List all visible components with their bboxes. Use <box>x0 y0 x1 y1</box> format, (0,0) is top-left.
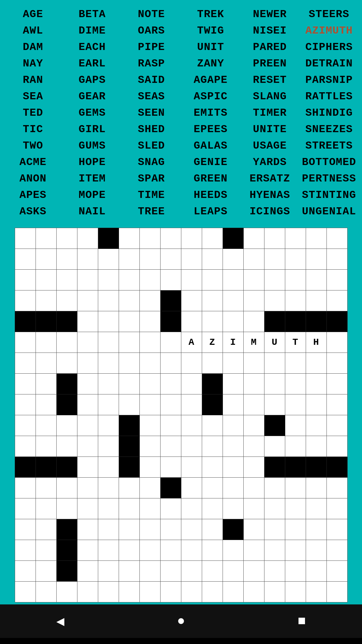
crossword-cell[interactable] <box>243 519 264 540</box>
crossword-cell[interactable] <box>202 436 223 457</box>
crossword-cell[interactable] <box>15 228 36 249</box>
crossword-cell[interactable] <box>264 394 285 415</box>
crossword-cell[interactable] <box>15 540 36 561</box>
crossword-cell[interactable] <box>139 498 160 519</box>
crossword-cell[interactable] <box>139 249 160 270</box>
crossword-cell[interactable] <box>223 478 243 498</box>
crossword-cell[interactable] <box>306 478 326 498</box>
word-item[interactable]: ANON <box>3 170 63 187</box>
crossword-cell[interactable] <box>243 249 264 270</box>
crossword-cell[interactable] <box>15 270 36 290</box>
crossword-cell[interactable] <box>98 332 119 353</box>
crossword-cell[interactable] <box>98 436 119 457</box>
crossword-cell[interactable] <box>160 374 181 394</box>
crossword-cell[interactable] <box>326 249 347 270</box>
crossword-cell[interactable] <box>243 415 264 436</box>
crossword-cell[interactable] <box>15 394 36 415</box>
crossword-cell[interactable] <box>77 353 98 374</box>
crossword-cell[interactable] <box>306 561 326 582</box>
crossword-cell[interactable] <box>36 249 56 270</box>
crossword-cell[interactable] <box>306 353 326 374</box>
crossword-cell[interactable] <box>202 540 223 561</box>
crossword-cell[interactable] <box>181 498 202 519</box>
word-item[interactable]: SHINDIG <box>299 105 359 121</box>
crossword-cell[interactable] <box>223 498 243 519</box>
word-item[interactable]: GREEN <box>181 170 240 187</box>
crossword-cell[interactable] <box>119 582 139 602</box>
crossword-cell[interactable] <box>98 311 119 332</box>
crossword-cell[interactable] <box>181 561 202 582</box>
word-item[interactable]: APES <box>3 187 63 203</box>
crossword-cell[interactable] <box>285 519 306 540</box>
word-item[interactable]: EMITS <box>181 105 240 121</box>
word-item[interactable]: ACME <box>3 154 63 170</box>
crossword-cell[interactable] <box>36 270 56 290</box>
crossword-cell[interactable] <box>285 498 306 519</box>
crossword-cell[interactable] <box>36 415 56 436</box>
crossword-cell[interactable] <box>181 290 202 311</box>
word-item[interactable]: STEERS <box>299 6 359 22</box>
word-item[interactable]: OARS <box>122 22 181 39</box>
crossword-cell[interactable] <box>264 270 285 290</box>
crossword-cell[interactable] <box>98 353 119 374</box>
crossword-cell[interactable] <box>160 457 181 478</box>
crossword-cell[interactable] <box>326 415 347 436</box>
crossword-cell[interactable] <box>223 394 243 415</box>
crossword-cell[interactable] <box>285 436 306 457</box>
crossword-cell[interactable] <box>98 582 119 602</box>
word-item[interactable]: RESET <box>240 72 300 88</box>
crossword-cell[interactable] <box>326 478 347 498</box>
crossword-cell[interactable] <box>139 478 160 498</box>
crossword-cell[interactable] <box>264 290 285 311</box>
word-item[interactable]: EACH <box>63 39 122 55</box>
crossword-cell[interactable] <box>223 457 243 478</box>
word-item[interactable]: SPAR <box>122 170 181 187</box>
crossword-cell[interactable] <box>139 561 160 582</box>
crossword-cell[interactable] <box>285 353 306 374</box>
crossword-cell[interactable] <box>15 478 36 498</box>
crossword-cell[interactable] <box>285 561 306 582</box>
crossword-cell[interactable] <box>77 311 98 332</box>
crossword-cell[interactable] <box>326 332 347 353</box>
word-item[interactable]: GENIE <box>181 154 240 170</box>
crossword-cell[interactable] <box>202 249 223 270</box>
word-item[interactable]: UNITE <box>240 121 300 138</box>
crossword-cell[interactable] <box>77 290 98 311</box>
crossword-cell[interactable] <box>285 228 306 249</box>
crossword-cell[interactable] <box>181 249 202 270</box>
crossword-cell[interactable] <box>77 519 98 540</box>
crossword-cell[interactable] <box>56 436 77 457</box>
crossword-cell[interactable] <box>15 415 36 436</box>
crossword-cell[interactable] <box>139 332 160 353</box>
crossword-cell[interactable] <box>77 249 98 270</box>
word-item[interactable]: ICINGS <box>240 203 300 220</box>
crossword-cell[interactable] <box>15 561 36 582</box>
back-button[interactable]: ◀ <box>50 613 70 630</box>
crossword-cell[interactable] <box>77 561 98 582</box>
crossword-cell[interactable] <box>326 394 347 415</box>
crossword-cell[interactable] <box>119 270 139 290</box>
crossword-cell[interactable] <box>181 394 202 415</box>
crossword-cell[interactable] <box>119 290 139 311</box>
crossword-cell[interactable] <box>181 519 202 540</box>
crossword-cell[interactable] <box>98 457 119 478</box>
crossword-cell[interactable] <box>181 540 202 561</box>
crossword-cell[interactable] <box>160 519 181 540</box>
crossword-cell[interactable] <box>306 228 326 249</box>
crossword-cell[interactable] <box>119 374 139 394</box>
word-item[interactable]: TIME <box>122 187 181 203</box>
crossword-cell[interactable] <box>326 436 347 457</box>
crossword-cell[interactable] <box>326 290 347 311</box>
word-item[interactable]: SEA <box>3 88 63 105</box>
crossword-cell[interactable] <box>56 332 77 353</box>
crossword-cell[interactable]: M <box>243 332 264 353</box>
word-item[interactable]: USAGE <box>240 138 300 154</box>
word-item[interactable]: GAPS <box>63 72 122 88</box>
crossword-cell[interactable] <box>56 228 77 249</box>
crossword-cell[interactable] <box>15 290 36 311</box>
crossword-cell[interactable] <box>160 561 181 582</box>
crossword-cell[interactable] <box>98 478 119 498</box>
word-item[interactable]: AWL <box>3 22 63 39</box>
crossword-cell[interactable] <box>15 519 36 540</box>
crossword-cell[interactable] <box>202 415 223 436</box>
